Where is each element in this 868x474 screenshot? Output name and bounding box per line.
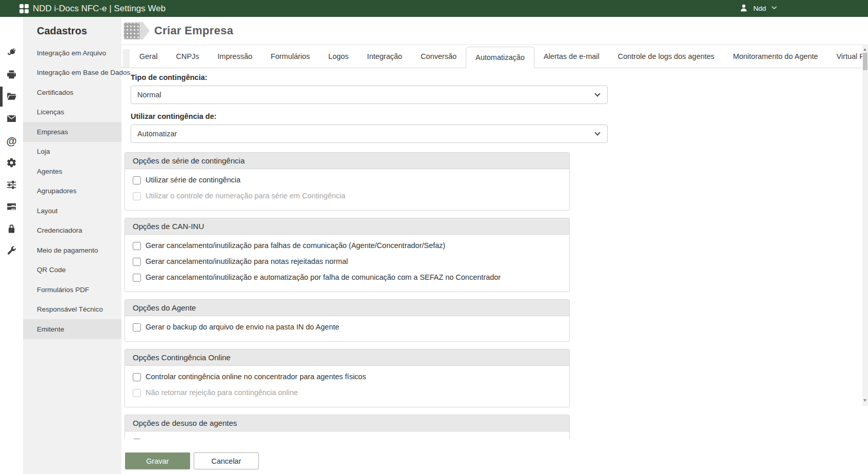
menu-item-meio-de-pagamento[interactable]: Meio de pagamento xyxy=(23,240,121,260)
menu-item-certificados[interactable]: Certificados xyxy=(23,83,121,102)
scrollbar-thumb[interactable] xyxy=(863,53,867,70)
option-row: Utilizar o controle de numeração para sé… xyxy=(125,188,569,204)
app-title: NDD i-Docs NFC-e | Settings Web xyxy=(33,4,166,14)
wrench-icon[interactable] xyxy=(0,240,23,262)
option-row: Gerar cancelamento/inutilização para not… xyxy=(125,254,569,270)
checkbox-label: Gerar cancelamento/inutilização e automa… xyxy=(146,273,501,282)
option-row: Gerar cancelamento/inutilização e automa… xyxy=(125,270,569,285)
option-row: Controlar contingência online no concent… xyxy=(125,369,569,385)
plug-icon[interactable] xyxy=(0,42,23,64)
checkbox-label: Gerar cancelamento/inutilização para fal… xyxy=(146,241,445,250)
checkbox[interactable] xyxy=(133,373,141,381)
tab-content: Tipo de contingência: Normal Utilizar co… xyxy=(121,68,862,439)
app-logo-icon[interactable] xyxy=(19,4,29,13)
page-header: Criar Empresa xyxy=(121,17,868,45)
section-opcoes-de-serie-de-contingencia: Opções de série de contingênciaUtilizar … xyxy=(125,152,570,211)
menu-item-agrupadores[interactable]: Agrupadores xyxy=(23,181,121,201)
tab-bar: GeralCNPJsImpressãoFormuláriosLogosInteg… xyxy=(121,45,868,68)
server-icon[interactable] xyxy=(0,196,23,218)
icon-sidebar: @ xyxy=(0,17,23,474)
company-icon xyxy=(124,21,150,40)
checkbox-label: Não retornar rejeição para contingência … xyxy=(146,388,298,397)
checkbox[interactable] xyxy=(133,258,141,266)
lock-icon[interactable] xyxy=(0,218,23,240)
tab-impressao[interactable]: Impressão xyxy=(209,45,262,68)
checkbox[interactable] xyxy=(133,274,141,282)
option-row: Utilizar série de contingência xyxy=(125,172,569,188)
checkbox-label: Utilizar o controle de numeração para sé… xyxy=(146,192,345,200)
tab-automatizacao[interactable]: Automatização xyxy=(466,47,534,68)
tab-monitoramento-do-agente[interactable]: Monitoramento do Agente xyxy=(724,45,827,68)
section-body: Utilizar série de contingênciaUtilizar o… xyxy=(125,169,569,210)
section-header: Opções de desuso de agentes xyxy=(125,415,569,431)
section-header: Opções de CAN-INU xyxy=(125,218,569,235)
section-opcoes-de-can-inu: Opções de CAN-INUGerar cancelamento/inut… xyxy=(125,218,570,292)
field-label: Tipo de contingência: xyxy=(131,73,862,82)
menu-item-formularios-pdf[interactable]: Formulários PDF xyxy=(23,280,121,300)
menu-item-empresas[interactable]: Empresas xyxy=(23,122,121,142)
tab-geral[interactable]: Geral xyxy=(130,45,167,68)
checkbox[interactable] xyxy=(133,176,141,184)
option-row: Gerar cancelamento/inutilização para fal… xyxy=(125,238,569,254)
checkbox-label: Gerar o backup do arquivo de envio na pa… xyxy=(146,323,339,332)
tab-integracao[interactable]: Integração xyxy=(358,45,411,68)
main-content: Criar Empresa GeralCNPJsImpressãoFormulá… xyxy=(121,17,868,474)
menu-item-loja[interactable]: Loja xyxy=(23,142,121,162)
page-title: Criar Empresa xyxy=(154,24,233,37)
menu-item-integracao-em-base-de-dados[interactable]: Integração em Base de Dados xyxy=(23,63,121,83)
tab-alertas-de-e-mail[interactable]: Alertas de e-mail xyxy=(534,45,609,68)
vertical-scrollbar[interactable] xyxy=(862,45,868,406)
checkbox[interactable] xyxy=(133,323,141,332)
menu-item-agentes[interactable]: Agentes xyxy=(23,161,121,181)
use-contingency-select[interactable]: Automatizar xyxy=(131,125,608,143)
section-body: Gerar o backup do arquivo de envio na pa… xyxy=(125,316,569,341)
checkbox-label: Controlar contingência online no concent… xyxy=(146,373,366,381)
option-sections: Opções de série de contingênciaUtilizar … xyxy=(125,152,570,439)
section-header: Opções de série de contingência xyxy=(125,153,569,169)
checkbox[interactable] xyxy=(133,242,141,250)
section-body: Gerar cancelamento/inutilização para fal… xyxy=(125,235,569,292)
field-label: Utilizar contingência de: xyxy=(131,112,862,121)
scroll-up-arrow-icon[interactable] xyxy=(863,48,866,51)
section-body: Utilizar controle de agentes em desuso xyxy=(125,431,569,439)
checkbox-label: Utilizar série de contingência xyxy=(146,176,240,184)
user-menu[interactable]: Ndd xyxy=(739,0,778,17)
section-opcoes-contingencia-online: Opções Contingência OnlineControlar cont… xyxy=(125,349,570,407)
folder-open-icon[interactable] xyxy=(0,86,23,108)
checkbox xyxy=(133,192,141,200)
menu-panel: Cadastros Integração em ArquivoIntegraçã… xyxy=(23,17,121,474)
scroll-down-arrow-icon[interactable] xyxy=(863,399,866,402)
user-name: Ndd xyxy=(753,5,766,12)
section-header: Opções do Agente xyxy=(125,300,569,316)
menu-item-integracao-em-arquivo[interactable]: Integração em Arquivo xyxy=(23,43,121,63)
menu-item-emitente[interactable]: Emitente xyxy=(23,319,121,339)
section-opcoes-de-desuso-de-agentes: Opções de desuso de agentesUtilizar cont… xyxy=(125,415,570,439)
contingency-type-select[interactable]: Normal xyxy=(131,86,608,104)
tab-conversao[interactable]: Conversão xyxy=(411,45,466,68)
user-icon xyxy=(739,3,749,14)
save-button[interactable]: Gravar xyxy=(125,452,190,469)
cancel-button[interactable]: Cancelar xyxy=(194,452,259,469)
printer-icon[interactable] xyxy=(0,64,23,86)
tab-scroll-left-button xyxy=(123,49,130,68)
envelope-icon[interactable] xyxy=(0,108,23,130)
sliders-icon[interactable] xyxy=(0,174,23,196)
checkbox xyxy=(133,389,141,397)
tab-logos[interactable]: Logos xyxy=(319,45,358,68)
at-sign-icon[interactable]: @ xyxy=(0,130,23,152)
menu-item-credenciadora[interactable]: Credenciadora xyxy=(23,221,121,241)
menu-item-qr-code[interactable]: QR Code xyxy=(23,260,121,280)
tab-cnpjs[interactable]: CNPJs xyxy=(167,45,208,68)
option-row: Não retornar rejeição para contingência … xyxy=(125,385,569,401)
section-body: Controlar contingência online no concent… xyxy=(125,366,569,407)
option-row: Gerar o backup do arquivo de envio na pa… xyxy=(125,319,569,335)
option-row: Utilizar controle de agentes em desuso xyxy=(125,435,569,439)
menu-item-layout[interactable]: Layout xyxy=(23,201,121,221)
tab-controle-de-logs-dos-agentes[interactable]: Controle de logs dos agentes xyxy=(609,45,724,68)
menu-item-licencas[interactable]: Licenças xyxy=(23,102,121,122)
menu-heading: Cadastros xyxy=(37,24,121,37)
menu-item-responsavel-tecnico[interactable]: Responsável Técnico xyxy=(23,300,121,320)
tab-formularios[interactable]: Formulários xyxy=(261,45,319,68)
gear-icon[interactable] xyxy=(0,152,23,174)
chevron-down-icon xyxy=(771,4,778,13)
